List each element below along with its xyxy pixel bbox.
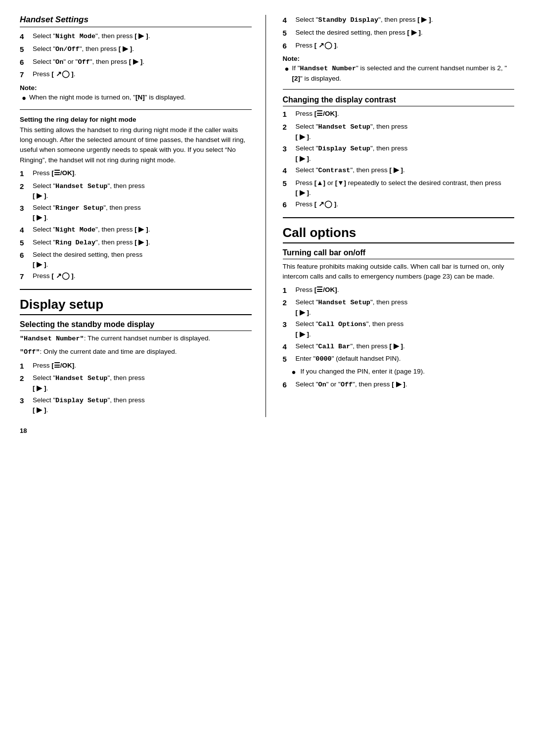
step-number: 5 bbox=[283, 354, 294, 365]
step-text: Press [☰/OK]. bbox=[33, 168, 252, 179]
step-item: 5 Press [▲] or [▼] repeatedly to select … bbox=[283, 178, 515, 197]
ring-delay-body: This setting allows the handset to ring … bbox=[20, 125, 252, 165]
step-item: 1 Press [☰/OK]. bbox=[283, 109, 515, 120]
step-text: Press [ ↗◯ ]. bbox=[33, 69, 252, 80]
step-number: 4 bbox=[283, 341, 294, 352]
display-setup-title: Display setup bbox=[20, 297, 252, 315]
step-item: 5 Select "On/Off", then press [ ▶ ]. bbox=[20, 44, 252, 55]
right-top-steps: 4 Select "Standby Display", then press [… bbox=[283, 15, 515, 51]
note-label-right: Note: bbox=[283, 55, 515, 62]
step-text: Press [☰/OK]. bbox=[296, 109, 515, 120]
step-number: 6 bbox=[283, 41, 294, 51]
divider-thick-right bbox=[283, 217, 515, 218]
step-number: 3 bbox=[283, 319, 294, 339]
step-item: 1 Press [☰/OK]. bbox=[20, 168, 252, 179]
step-text: Select "Handset Setup", then press[ ▶ ]. bbox=[33, 181, 252, 201]
page: Handset Settings 4 Select "Night Mode", … bbox=[0, 0, 534, 449]
step-item: 3 Select "Call Options", then press[ ▶ ]… bbox=[283, 319, 515, 339]
step-text: Press [☰/OK]. bbox=[33, 361, 252, 372]
step-item: 3 Select "Ringer Setup", then press[ ▶ ]… bbox=[20, 203, 252, 223]
step-text: Select "Contrast", then press [ ▶ ]. bbox=[296, 165, 515, 176]
step-number: 3 bbox=[20, 203, 31, 223]
step-text: Select "On" or "Off", then press [ ▶ ]. bbox=[296, 379, 515, 390]
step-text: Select "On" or "Off", then press [ ▶ ]. bbox=[33, 57, 252, 68]
step-number: 4 bbox=[20, 225, 31, 236]
step-text: Press [ ↗◯ ]. bbox=[296, 199, 515, 210]
divider bbox=[20, 109, 252, 110]
step-text: Select "Night Mode", then press [ ▶ ]. bbox=[33, 225, 252, 236]
step-number: 4 bbox=[283, 15, 294, 26]
bullet-icon: ● bbox=[22, 93, 26, 103]
step-item: 6 Select "On" or "Off", then press [ ▶ ]… bbox=[20, 57, 252, 68]
step-item: 7 Press [ ↗◯ ]. bbox=[20, 271, 252, 282]
step-text: Press [☰/OK]. bbox=[296, 285, 515, 296]
step-number: 5 bbox=[283, 178, 294, 197]
step-item: 1 Press [☰/OK]. bbox=[20, 361, 252, 372]
step-number: 3 bbox=[20, 395, 31, 415]
standby-steps: 1 Press [☰/OK]. 2 Select "Handset Setup"… bbox=[20, 361, 252, 415]
step-item: 6 Press [ ↗◯ ]. bbox=[283, 41, 515, 51]
note-label: Note: bbox=[20, 84, 252, 92]
ring-delay-title: Setting the ring delay for night mode bbox=[20, 116, 252, 123]
page-footer: 18 bbox=[20, 427, 514, 434]
step-number: 5 bbox=[20, 237, 31, 248]
step-number: 1 bbox=[283, 285, 294, 296]
step-number: 6 bbox=[283, 199, 294, 210]
step-number: 6 bbox=[20, 57, 31, 68]
step-item: 4 Select "Night Mode", then press [ ▶ ]. bbox=[20, 225, 252, 236]
call-bar-title: Turning call bar on/off bbox=[283, 248, 515, 259]
step-item: 4 Select "Night Mode", then press [ ▶ ]. bbox=[20, 31, 252, 42]
top-steps-list: 4 Select "Night Mode", then press [ ▶ ].… bbox=[20, 31, 252, 80]
step-number: 2 bbox=[283, 297, 294, 317]
step-number: 5 bbox=[283, 28, 294, 39]
step-number: 1 bbox=[20, 168, 31, 179]
step-item: 4 Select "Standby Display", then press [… bbox=[283, 15, 515, 26]
bullet-icon: ● bbox=[292, 367, 299, 378]
step-item: 7 Press [ ↗◯ ]. bbox=[20, 69, 252, 80]
step-text: Select "Handset Setup", then press[ ▶ ]. bbox=[33, 373, 252, 393]
step-number: 2 bbox=[283, 122, 294, 142]
divider-thick bbox=[20, 289, 252, 290]
step-text: Select "Call Options", then press[ ▶ ]. bbox=[296, 319, 515, 339]
step-number: 1 bbox=[283, 109, 294, 120]
step-item: 2 Select "Handset Setup", then press[ ▶ … bbox=[20, 373, 252, 393]
display-contrast-title: Changing the display contrast bbox=[283, 95, 515, 106]
step-item: 1 Press [☰/OK]. bbox=[283, 285, 515, 296]
step-item: 2 Select "Handset Setup", then press[ ▶ … bbox=[283, 297, 515, 317]
note-text-right: If "Handset Number" is selected and the … bbox=[292, 63, 514, 83]
standby-mode-title: Selecting the standby mode display bbox=[20, 320, 252, 331]
step-number: 4 bbox=[20, 31, 31, 42]
step-text: Select "Display Setup", then press[ ▶ ]. bbox=[33, 395, 252, 415]
step-text: Select the desired setting, then press [… bbox=[296, 28, 515, 39]
step-text: Press [ ↗◯ ]. bbox=[296, 41, 515, 51]
step-item: 5 Select the desired setting, then press… bbox=[283, 28, 515, 39]
step-item: 5 Enter "0000" (default handset PIN). bbox=[283, 354, 515, 365]
right-column: 4 Select "Standby Display", then press [… bbox=[281, 15, 515, 417]
step-item: 6 Select the desired setting, then press… bbox=[20, 250, 252, 269]
step-number: 5 bbox=[20, 44, 31, 55]
standby-intro-handset: "Handset Number": The current handset nu… bbox=[20, 333, 252, 344]
step-text: Select "Display Setup", then press[ ▶ ]. bbox=[296, 143, 515, 163]
step-text: Select the desired setting, then press[ … bbox=[33, 250, 252, 269]
step-number: 3 bbox=[283, 143, 294, 163]
step-item: 6 Press [ ↗◯ ]. bbox=[283, 199, 515, 210]
step-text: Select "Handset Setup", then press[ ▶ ]. bbox=[296, 122, 515, 142]
step-item: 3 Select "Display Setup", then press[ ▶ … bbox=[283, 143, 515, 163]
step-text: Press [▲] or [▼] repeatedly to select th… bbox=[296, 178, 515, 197]
step-number: 6 bbox=[20, 250, 31, 269]
step-item: 4 Select "Call Bar", then press [ ▶ ]. bbox=[283, 341, 515, 352]
call-options-title: Call options bbox=[283, 225, 515, 243]
step-text: Select "Ring Delay", then press [ ▶ ]. bbox=[33, 237, 252, 248]
note-item-right: ● If "Handset Number" is selected and th… bbox=[285, 63, 515, 83]
note-text: When the night mode is turned on, "[N]" … bbox=[29, 93, 186, 102]
standby-intro-off: "Off": Only the current date and time ar… bbox=[20, 347, 252, 357]
step-number: 7 bbox=[20, 69, 31, 80]
step-number: 4 bbox=[283, 165, 294, 176]
step-number: 2 bbox=[20, 373, 31, 393]
step-text: Select "Night Mode", then press [ ▶ ]. bbox=[33, 31, 252, 42]
display-contrast-steps: 1 Press [☰/OK]. 2 Select "Handset Setup"… bbox=[283, 109, 515, 210]
step-number: 6 bbox=[283, 379, 294, 390]
step-item: 4 Select "Contrast", then press [ ▶ ]. bbox=[283, 165, 515, 176]
step-text: Select "Ringer Setup", then press[ ▶ ]. bbox=[33, 203, 252, 223]
step-text: Select "Standby Display", then press [ ▶… bbox=[296, 15, 515, 26]
